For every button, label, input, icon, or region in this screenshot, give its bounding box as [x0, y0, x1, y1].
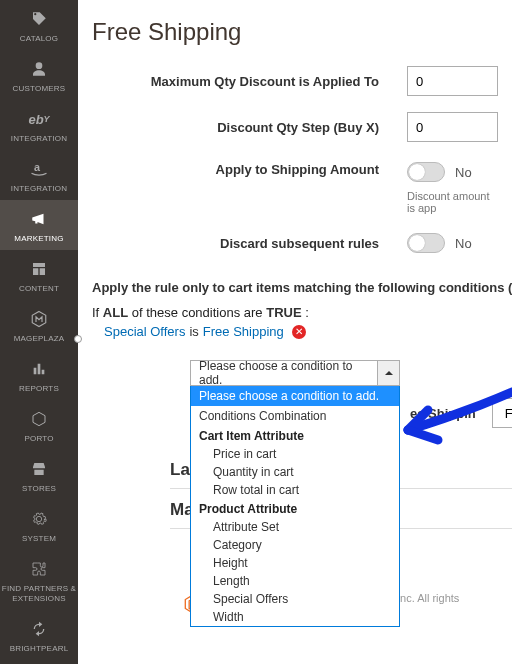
bar-chart-icon	[31, 358, 47, 380]
label-apply-shipping: Apply to Shipping Amount	[92, 162, 407, 177]
toggle-discard-text: No	[455, 236, 472, 251]
admin-sidebar: CATALOG CUSTOMERS ebY INTEGRATION a INTE…	[0, 0, 78, 664]
sidebar-item-reports[interactable]: REPORTS	[0, 350, 78, 400]
note-apply-shipping: Discount amount is app	[407, 190, 498, 214]
dropdown-list: Please choose a condition to add.Conditi…	[190, 386, 400, 627]
sidebar-item-label: BRIGHTPEARL	[10, 644, 69, 654]
row-qty-step: Discount Qty Step (Buy X)	[92, 104, 498, 150]
sidebar-item-label: FIND PARTNERS & EXTENSIONS	[0, 584, 78, 604]
ebay-icon: ebY	[28, 108, 49, 130]
input-qty-step[interactable]	[407, 112, 498, 142]
page-title: Free Shipping	[78, 0, 512, 58]
cond-attribute[interactable]: Special Offers	[104, 324, 185, 339]
sidebar-item-amazon[interactable]: a INTEGRATION	[0, 150, 78, 200]
sidebar-item-marketing[interactable]: MARKETING	[0, 200, 78, 250]
sidebar-item-customers[interactable]: CUSTOMERS	[0, 50, 78, 100]
sidebar-item-label: MAGEPLAZA	[14, 334, 65, 344]
svg-text:a: a	[34, 161, 41, 173]
row-max-qty: Maximum Qty Discount is Applied To	[92, 58, 498, 104]
sidebar-item-label: SYSTEM	[22, 534, 56, 544]
toggle-discard[interactable]	[407, 233, 445, 253]
section-labels-partial: La	[170, 460, 190, 480]
dropdown-toggle-button[interactable]	[377, 361, 399, 385]
toggle-apply-shipping-text: No	[455, 165, 472, 180]
dropdown-option[interactable]: Special Offers	[191, 590, 399, 608]
sidebar-collapse-handle[interactable]	[74, 335, 82, 343]
hexagon-icon	[31, 408, 47, 430]
dropdown-option[interactable]: Attribute Set	[191, 518, 399, 536]
cond-value[interactable]: Free Shipping	[203, 324, 284, 339]
label-max-qty: Maximum Qty Discount is Applied To	[92, 74, 407, 89]
label-qty-step: Discount Qty Step (Buy X)	[92, 120, 407, 135]
remove-condition-icon[interactable]: ✕	[292, 325, 306, 339]
dropdown-option[interactable]: Category	[191, 536, 399, 554]
hexagon-m-icon	[30, 308, 48, 330]
sidebar-item-label: PORTO	[24, 434, 53, 444]
sidebar-item-catalog[interactable]: CATALOG	[0, 0, 78, 50]
aggregator-all[interactable]: ALL	[103, 305, 128, 320]
conditions-intro: Apply the rule only to cart items matchi…	[78, 266, 512, 295]
row-discard: Discard subsequent rules No	[92, 220, 498, 266]
row-apply-shipping: Apply to Shipping Amount No Discount amo…	[92, 150, 498, 220]
gear-icon	[31, 508, 47, 530]
sidebar-item-label: MARKETING	[14, 234, 63, 244]
dropdown-selected[interactable]: Please choose a condition to add.	[191, 361, 377, 385]
aggregator-true[interactable]: TRUE	[266, 305, 301, 320]
sidebar-item-porto[interactable]: PORTO	[0, 400, 78, 450]
condition-aggregator: If ALL of these conditions are TRUE :	[92, 305, 498, 320]
sidebar-item-weltpixel[interactable]: WELTPIXEL	[0, 660, 78, 664]
amazon-icon: a	[29, 158, 49, 180]
toggle-apply-shipping[interactable]	[407, 162, 445, 182]
condition-row: Special Offers is Free Shipping ✕	[92, 324, 498, 339]
puzzle-icon	[31, 558, 47, 580]
layout-icon	[31, 258, 47, 280]
dropdown-option[interactable]: Height	[191, 554, 399, 572]
store-icon	[30, 458, 48, 480]
tag-icon	[30, 8, 48, 30]
dropdown-group: Product Attribute	[191, 499, 399, 518]
megaphone-icon	[29, 208, 49, 230]
sidebar-item-label: STORES	[22, 484, 56, 494]
dropdown-option[interactable]: Price in cart	[191, 445, 399, 463]
sidebar-item-label: CUSTOMERS	[13, 84, 66, 94]
dropdown-option[interactable]: Conditions Combination	[191, 406, 399, 426]
sidebar-item-label: CATALOG	[20, 34, 58, 44]
select-free-shipping[interactable]: For matching items	[492, 398, 512, 428]
sidebar-item-content[interactable]: CONTENT	[0, 250, 78, 300]
sidebar-item-partners[interactable]: FIND PARTNERS & EXTENSIONS	[0, 550, 78, 610]
label-free-shipping-partial: ee Shippin	[410, 406, 476, 421]
dropdown-option[interactable]: Quantity in cart	[191, 463, 399, 481]
sidebar-item-label: REPORTS	[19, 384, 59, 394]
conditions-block: If ALL of these conditions are TRUE : Sp…	[78, 295, 512, 339]
condition-add-dropdown: Please choose a condition to add. Please…	[190, 360, 400, 627]
sidebar-item-label: INTEGRATION	[11, 184, 67, 194]
sidebar-item-mageplaza[interactable]: MAGEPLAZA	[0, 300, 78, 350]
dropdown-option[interactable]: Width	[191, 608, 399, 626]
sidebar-item-stores[interactable]: STORES	[0, 450, 78, 500]
triangle-up-icon	[384, 368, 394, 378]
label-discard: Discard subsequent rules	[92, 236, 407, 251]
dropdown-option[interactable]: Row total in cart	[191, 481, 399, 499]
sidebar-item-system[interactable]: SYSTEM	[0, 500, 78, 550]
sidebar-item-label: INTEGRATION	[11, 134, 67, 144]
dropdown-option[interactable]: Length	[191, 572, 399, 590]
dropdown-group: Cart Item Attribute	[191, 426, 399, 445]
sidebar-item-ebay[interactable]: ebY INTEGRATION	[0, 100, 78, 150]
sidebar-item-label: CONTENT	[19, 284, 59, 294]
sync-icon	[31, 618, 47, 640]
sidebar-item-brightpearl[interactable]: BRIGHTPEARL	[0, 610, 78, 660]
dropdown-option[interactable]: Please choose a condition to add.	[191, 386, 399, 406]
person-icon	[31, 58, 47, 80]
input-max-qty[interactable]	[407, 66, 498, 96]
main-content: Free Shipping Maximum Qty Discount is Ap…	[78, 0, 512, 664]
